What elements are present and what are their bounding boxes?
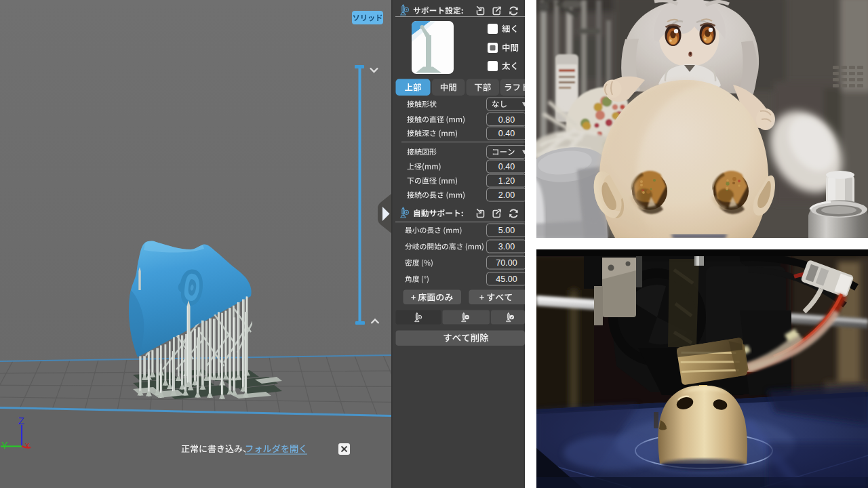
svg-text:x: x (25, 440, 30, 450)
svg-text:3.00: 3.00 (498, 242, 515, 251)
svg-text:1.20: 1.20 (498, 176, 515, 186)
svg-text:45.00: 45.00 (496, 274, 517, 284)
svg-text:Y: Y (1, 440, 8, 451)
svg-text:70.00: 70.00 (496, 258, 517, 268)
svg-text:Z: Z (18, 415, 24, 426)
svg-text:5.00: 5.00 (498, 226, 515, 235)
svg-text:0.80: 0.80 (498, 115, 515, 125)
svg-text:0.40: 0.40 (498, 129, 515, 138)
svg-text:2.00: 2.00 (498, 190, 515, 200)
svg-text:0.40: 0.40 (498, 162, 515, 171)
